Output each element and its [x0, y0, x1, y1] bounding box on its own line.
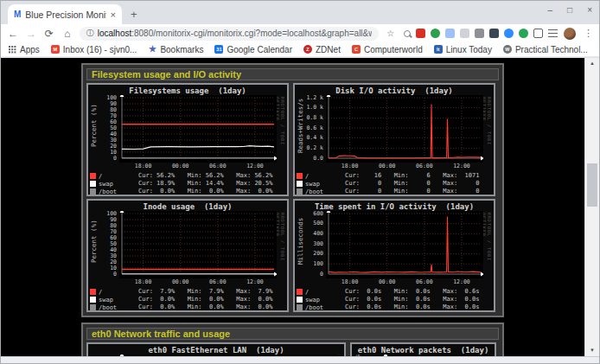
- chart-panel-filesystems-usage[interactable]: Filesystems usage (1day)Percent (%)01020…: [86, 83, 289, 196]
- bookmark-label: Bookmarks: [160, 45, 203, 54]
- bookmark-item[interactable]: ★Bookmarks: [148, 45, 203, 54]
- chart-panel-inode-usage[interactable]: Inode usage (1day)Percent (%)01020304050…: [86, 199, 289, 312]
- bookmark-item[interactable]: CComputerworld: [352, 45, 423, 54]
- browser-tab[interactable]: M Blue Precision Monitorix ×: [8, 4, 122, 24]
- chart-panel-disk-io[interactable]: Disk I/O activity (1day)Reads+Writes/s0.…: [293, 83, 495, 196]
- profile-avatar[interactable]: [564, 28, 576, 40]
- y-tick-labels: 0102030405060708090100: [100, 211, 119, 278]
- panel-extension-icon[interactable]: [460, 29, 469, 38]
- plot-canvas: [326, 211, 483, 278]
- x-tick-label: 18:00: [341, 163, 359, 169]
- y-axis-label: Percent (%): [90, 211, 100, 271]
- x-tick-label: 00:00: [172, 163, 189, 169]
- legend-series-label: /: [305, 173, 309, 180]
- evernote-extension-icon[interactable]: [519, 29, 528, 38]
- y-tick-labels: 0.00.2 k0.4 k0.6 k0.8 k1.0 k1.2 k: [307, 95, 326, 163]
- browser-menu-icon[interactable]: ⋮: [584, 28, 593, 39]
- gmail-extension-icon[interactable]: [416, 29, 425, 38]
- scroll-up-icon[interactable]: ▲: [585, 58, 599, 69]
- legend-stat: Min: 0.0%: [188, 188, 237, 195]
- legend-series-name: swap: [90, 296, 138, 303]
- chart-panel-io-time[interactable]: Time spent in I/O activity (1day)Millise…: [293, 199, 495, 312]
- tab-title: Blue Precision Monitorix: [25, 10, 105, 20]
- legend-stat: Min: 7.9%: [188, 288, 237, 296]
- legend-swatch: [90, 173, 96, 179]
- vertical-scrollbar[interactable]: ▲ ▼: [584, 58, 599, 356]
- close-button[interactable]: ×: [587, 5, 592, 15]
- filesystem-section: Filesystem usage and I/O activity Filesy…: [81, 63, 504, 317]
- meet-extension-icon[interactable]: [504, 29, 514, 38]
- minimize-button[interactable]: –: [548, 5, 553, 15]
- y-tick-label: 0.0: [313, 156, 323, 162]
- x-tick-label: 00:00: [379, 278, 396, 285]
- x-tick-labels: 18:0000:0006:0012:00: [122, 163, 274, 169]
- y-tick-labels: 0100200300400500600: [307, 211, 326, 278]
- legend-series-name: /boot: [90, 303, 138, 311]
- address-bar[interactable]: ⓘ localhost:8080/monitorix-cgi/monitorix…: [80, 27, 379, 41]
- chart-panel-eth0-traffic[interactable]: eth0 FastEthernet LAN (1day)1.00.9: [86, 342, 346, 356]
- search-extension-icon[interactable]: [404, 30, 411, 37]
- bookmark-item[interactable]: WPractical Technol...: [503, 45, 588, 54]
- tab-close-icon[interactable]: ×: [111, 10, 116, 20]
- x-tick-label: 00:00: [172, 278, 189, 285]
- bookmark-star-icon[interactable]: ☆: [386, 29, 394, 38]
- tablist-extension-icon[interactable]: [548, 29, 558, 38]
- globe-extension-icon[interactable]: [431, 29, 440, 38]
- legend-stat: Max: 0.6s: [443, 288, 492, 296]
- star-icon: ★: [148, 45, 156, 54]
- legend-stat: Cur: 0.0%: [138, 303, 188, 311]
- bookmark-item[interactable]: 31Google Calendar: [214, 45, 292, 54]
- speaker-extension-icon[interactable]: [475, 29, 484, 38]
- legend-swatch: [297, 304, 303, 310]
- pages-extension-icon[interactable]: [445, 29, 455, 38]
- y-tick-label: 40: [110, 247, 117, 253]
- chart-body: Percent (%)0102030405060708090100RRDTOOL…: [90, 211, 285, 278]
- legend-series-name: swap: [297, 180, 345, 188]
- puzzle-extension-icon[interactable]: [533, 29, 543, 38]
- legend-stat: Max: 0: [443, 180, 492, 188]
- monitorix-favicon-icon: M: [14, 10, 21, 19]
- chart-title: Inode usage (1day): [90, 202, 285, 211]
- legend-stat: Cur: 0.0s: [345, 303, 394, 311]
- maximize-button[interactable]: □: [567, 5, 572, 15]
- bookmark-label: Practical Technol...: [515, 45, 588, 54]
- x-tick-label: 06:00: [416, 278, 433, 285]
- scroll-down-icon[interactable]: ▼: [585, 345, 599, 356]
- chart-panel-eth0-packets[interactable]: eth0 Network packets (1day)Packets/s1.0: [350, 342, 496, 356]
- forward-button[interactable]: →: [25, 28, 37, 40]
- reload-button[interactable]: ⟳: [43, 28, 55, 40]
- bookmark-item[interactable]: ZZDNet: [303, 45, 341, 54]
- legend-stat: Max: 20.5%: [236, 180, 285, 188]
- bookmark-item[interactable]: MInbox (16) - sjvn0...: [51, 45, 137, 54]
- legend-series-label: /: [99, 173, 102, 180]
- new-tab-button[interactable]: +: [131, 8, 137, 21]
- legend-stat: Max: 7.9%: [236, 288, 285, 296]
- y-tick-label: 10: [110, 150, 117, 156]
- y-tick-label: 70: [110, 229, 117, 235]
- x-tick-label: 06:00: [209, 278, 227, 285]
- bookmark-label: ZDNet: [316, 45, 341, 54]
- back-button[interactable]: ←: [7, 28, 19, 40]
- y-tick-label: 20: [110, 259, 117, 265]
- bookmark-item[interactable]: ltLinux Today: [434, 45, 492, 54]
- chart-title: eth0 FastEthernet LAN (1day): [90, 346, 342, 354]
- bookmark-item[interactable]: Apps: [8, 45, 40, 54]
- page-info-icon[interactable]: ⓘ: [86, 28, 94, 39]
- x-tick-labels: 18:0000:0006:0012:00: [329, 163, 481, 169]
- legend-stat: Cur: 18.9%: [138, 180, 188, 188]
- legend-stat: Min: 0: [394, 188, 444, 195]
- y-axis-label: Percent (%): [90, 95, 100, 156]
- y-tick-label: 30: [110, 253, 117, 259]
- dark-box-extension-icon[interactable]: [489, 29, 499, 38]
- y-tick-label: 70: [110, 113, 117, 119]
- legend-series-name: /: [90, 288, 138, 296]
- legend-series-name: /boot: [90, 188, 138, 195]
- scrollbar-thumb[interactable]: [587, 163, 597, 207]
- chart-legend: /Cur: 0.0sMin: 0.0sMax: 0.6sswapCur: 0.0…: [297, 288, 492, 311]
- legend-series-name: swap: [90, 180, 138, 188]
- y-tick-label: 500: [313, 220, 323, 227]
- y-tick-label: 1.2 k: [306, 95, 323, 101]
- section-header-network: eth0 Network traffic and usage: [86, 328, 499, 340]
- home-button[interactable]: ⌂: [61, 28, 73, 40]
- legend-stat: Min: 56.2%: [188, 172, 237, 180]
